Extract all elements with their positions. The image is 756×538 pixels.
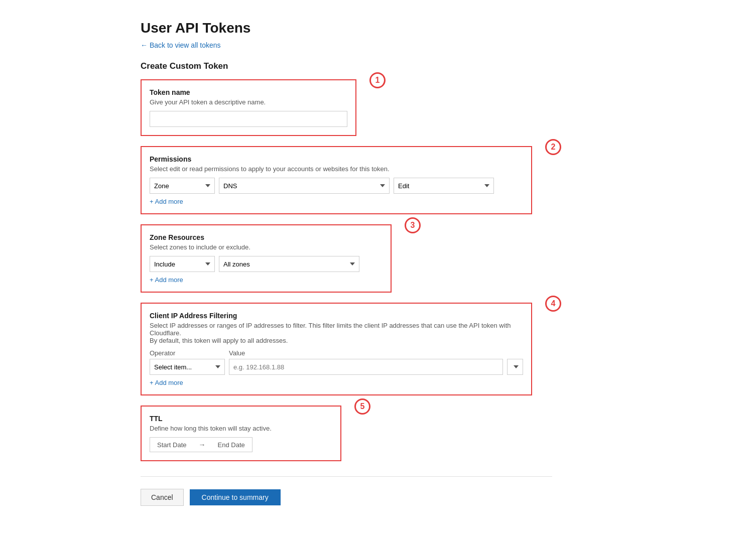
token-name-hint: Give your API token a descriptive name. <box>150 98 347 106</box>
badge-2: 2 <box>545 139 561 155</box>
ip-filtering-hint: Select IP addresses or ranges of IP addr… <box>150 322 523 344</box>
zone-select[interactable]: Zone Account User <box>150 178 215 194</box>
ip-labels-row: Operator Value <box>150 349 523 357</box>
zone-resources-add-more[interactable]: + Add more <box>150 276 183 284</box>
permissions-add-more[interactable]: + Add more <box>150 198 183 205</box>
continue-button[interactable]: Continue to summary <box>190 489 281 505</box>
badge-1: 1 <box>369 72 386 88</box>
include-select[interactable]: Include Exclude <box>150 256 215 272</box>
ip-inputs-row: Select item... Is in Is not in <box>150 359 523 375</box>
ttl-arrow: → <box>194 438 211 452</box>
resource-select[interactable]: DNS Cache Rules Firewall SSL/TLS Workers <box>219 178 390 194</box>
permissions-label: Permissions <box>150 155 523 163</box>
footer-divider <box>141 476 552 477</box>
cancel-button[interactable]: Cancel <box>141 489 184 506</box>
value-dropdown[interactable] <box>507 359 523 375</box>
footer-buttons: Cancel Continue to summary <box>141 489 552 506</box>
token-name-section: 1 Token name Give your API token a descr… <box>141 79 356 136</box>
ip-filtering-label: Client IP Address Filtering <box>150 312 523 320</box>
ttl-section: 5 TTL Define how long this token will st… <box>141 406 341 461</box>
zone-resources-section: 3 Zone Resources Select zones to include… <box>141 224 392 293</box>
token-name-input[interactable] <box>150 111 347 127</box>
operator-select[interactable]: Select item... Is in Is not in <box>150 359 225 375</box>
start-date-picker[interactable]: Start Date <box>150 438 194 452</box>
allzones-select[interactable]: All zones Specific zone <box>219 256 359 272</box>
token-name-label: Token name <box>150 88 347 96</box>
page-title: User API Tokens <box>141 20 552 36</box>
ttl-hint: Define how long this token will stay act… <box>150 425 332 432</box>
ttl-label: TTL <box>150 415 332 423</box>
permissions-section: 2 Permissions Select edit or read permis… <box>141 146 532 214</box>
ip-value-input[interactable] <box>229 359 503 375</box>
permissions-row: Zone Account User DNS Cache Rules Firewa… <box>150 178 523 194</box>
form-title: Create Custom Token <box>141 61 552 71</box>
value-column-label: Value <box>229 349 523 357</box>
zone-resources-row: Include Exclude All zones Specific zone <box>150 256 383 272</box>
ip-filtering-add-more[interactable]: + Add more <box>150 379 183 386</box>
badge-5: 5 <box>354 398 370 415</box>
end-date-picker[interactable]: End Date <box>211 438 252 452</box>
permissions-hint: Select edit or read permissions to apply… <box>150 165 523 173</box>
permission-select[interactable]: Edit Read <box>394 178 494 194</box>
zone-resources-label: Zone Resources <box>150 233 383 241</box>
badge-3: 3 <box>405 217 421 233</box>
badge-4: 4 <box>545 296 561 312</box>
operator-column-label: Operator <box>150 349 225 357</box>
zone-resources-hint: Select zones to include or exclude. <box>150 243 383 251</box>
ttl-date-row: Start Date → End Date <box>150 437 253 452</box>
back-link[interactable]: ← Back to view all tokens <box>141 41 221 49</box>
ip-filtering-section: 4 Client IP Address Filtering Select IP … <box>141 303 532 395</box>
